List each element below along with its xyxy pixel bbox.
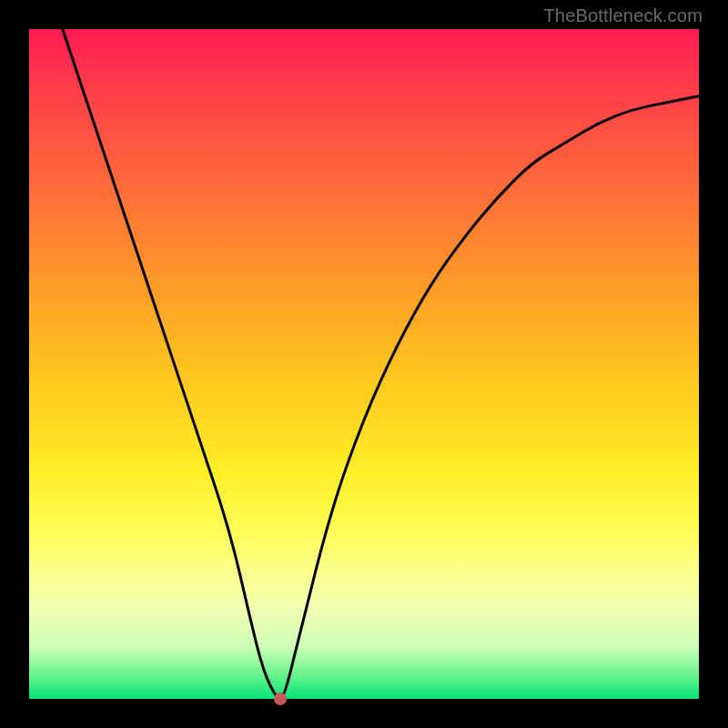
plot-area (29, 29, 699, 699)
minimum-marker (274, 693, 287, 705)
bottleneck-curve (63, 29, 699, 699)
watermark-text: TheBottleneck.com (543, 5, 703, 26)
chart-frame: TheBottleneck.com (0, 0, 728, 728)
chart-svg (29, 29, 699, 699)
